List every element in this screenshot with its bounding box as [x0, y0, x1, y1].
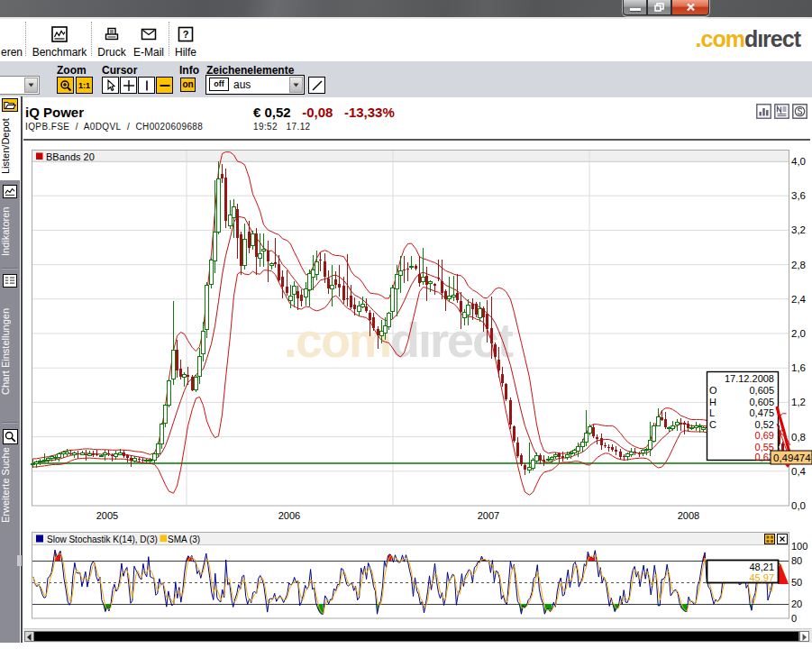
svg-text:.comdırect: .comdırect	[284, 313, 514, 367]
svg-text:0,0: 0,0	[791, 500, 806, 511]
svg-text:H: H	[709, 397, 716, 407]
svg-text:100: 100	[791, 541, 807, 552]
svg-text:50: 50	[791, 577, 802, 588]
svg-text:2007: 2007	[478, 510, 499, 521]
svg-text:0,4: 0,4	[791, 466, 807, 477]
svg-text:20: 20	[791, 598, 802, 609]
svg-text:0,475: 0,475	[749, 407, 774, 418]
svg-text:2,8: 2,8	[791, 260, 806, 270]
svg-text:Slow Stochastik K(14), D(3): Slow Stochastik K(14), D(3)	[47, 535, 158, 544]
svg-text:1,2: 1,2	[791, 397, 806, 407]
svg-text:2005: 2005	[96, 510, 118, 521]
svg-text:0,52: 0,52	[755, 419, 774, 430]
svg-text:0,605: 0,605	[749, 397, 774, 407]
svg-text:C: C	[709, 419, 716, 430]
svg-text:SMA (3): SMA (3)	[168, 535, 200, 544]
svg-text:3,2: 3,2	[791, 224, 806, 235]
svg-text:0,605: 0,605	[749, 385, 774, 396]
svg-text:L: L	[709, 407, 715, 418]
svg-text:2008: 2008	[678, 510, 699, 521]
svg-text:4,0: 4,0	[791, 156, 806, 167]
svg-text:O: O	[709, 385, 717, 396]
svg-text:2,0: 2,0	[791, 328, 806, 339]
svg-text:0,49474: 0,49474	[773, 452, 811, 463]
svg-text:0,69: 0,69	[755, 430, 774, 441]
svg-text:80: 80	[791, 555, 802, 566]
svg-text:1,6: 1,6	[791, 362, 806, 373]
svg-text:48,21: 48,21	[749, 562, 774, 572]
svg-text:0: 0	[791, 613, 797, 624]
svg-text:17.12.2008: 17.12.2008	[725, 373, 774, 384]
svg-text:3,6: 3,6	[791, 190, 806, 201]
svg-text:45,97: 45,97	[749, 572, 774, 583]
svg-text:2,4: 2,4	[791, 294, 807, 305]
svg-text:2006: 2006	[278, 510, 300, 521]
svg-text:0,8: 0,8	[791, 432, 806, 443]
svg-text:BBands 20: BBands 20	[46, 151, 95, 162]
